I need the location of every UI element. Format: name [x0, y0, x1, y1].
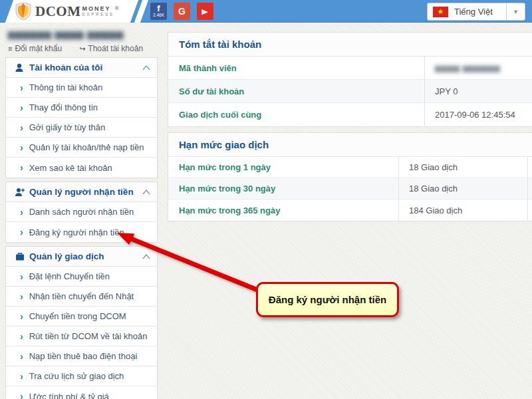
user-plus-icon — [15, 188, 25, 197]
chevron-right-icon: › — [20, 207, 23, 217]
annotation-callout-text: Đăng ký người nhận tiền — [269, 294, 386, 305]
table-row: Mã thành viên ▆▆▆▆ ▆▆▆▆▆▆ — [168, 57, 532, 80]
facebook-icon[interactable]: f 2.46K — [150, 3, 167, 20]
menu-group-recipients: Quản lý người nhận tiền › Danh sách ngườ… — [5, 182, 158, 243]
facebook-glyph: f — [157, 5, 160, 13]
language-selector[interactable]: ★ Tiếng Việt ▼ — [427, 3, 525, 21]
table-row: Hạn mức trong 365 ngày 184 Giao dịch — [168, 200, 532, 221]
sidebar-item-manage-account-cards[interactable]: › Quản lý tài khoản/thẻ nạp tiền — [6, 138, 157, 158]
group-label: Quản lý giao dịch — [29, 251, 142, 261]
change-password-link[interactable]: ≡ Đổi mật khẩu — [8, 44, 62, 53]
member-id-value: ▆▆▆▆ ▆▆▆▆▆▆ — [435, 64, 501, 72]
chevron-up-icon — [142, 254, 150, 259]
limit-365day-value: 184 Giao dịch — [398, 200, 528, 221]
chevron-down-icon: ▼ — [513, 9, 519, 15]
language-dropdown-button[interactable]: ▼ — [506, 3, 525, 20]
menu-group-my-account: Tài khoản của tôi › Thông tin tài khoản … — [5, 57, 158, 178]
sidebar-item-recipient-list[interactable]: › Danh sách người nhận tiền — [6, 202, 157, 222]
chevron-right-icon: › — [20, 332, 23, 341]
chevron-right-icon: › — [20, 163, 23, 172]
table-row: Giao dịch cuối cùng 2017-09-06 12:45:54 — [168, 103, 532, 126]
chevron-right-icon: › — [20, 123, 23, 132]
chevron-right-icon: › — [20, 143, 23, 152]
chevron-right-icon: › — [20, 312, 23, 321]
top-header-bar: DCOM MONEY EXPRESS ® f 2.46K G ▶ ★ Tiếng… — [0, 0, 532, 23]
transaction-limits-panel: Hạn mức giao dịch Hạn mức trong 1 ngày 1… — [168, 132, 532, 221]
brand-money-text: MONEY — [82, 5, 114, 12]
sidebar-item-view-statement[interactable]: › Xem sao kê tài khoản — [6, 158, 157, 178]
sidebar-item-change-info[interactable]: › Thay đổi thông tin — [6, 98, 157, 118]
sidebar-item-receive-money-japan[interactable]: › Nhận tiền chuyển đến Nhật — [6, 287, 157, 307]
brand-express-text: EXPRESS — [82, 12, 114, 17]
table-row: Hạn mức trong 1 ngày 18 Giao dịch — [168, 157, 532, 178]
chevron-right-icon: › — [20, 83, 23, 92]
facebook-like-count: 2.46K — [153, 13, 164, 18]
member-id-label: Mã thành viên — [168, 63, 424, 73]
chevron-up-icon — [142, 190, 150, 195]
briefcase-icon — [15, 252, 25, 261]
registered-mark: ® — [115, 5, 119, 11]
group-label: Tài khoản của tôi — [29, 63, 142, 72]
group-header-transactions[interactable]: Quản lý giao dịch — [6, 247, 157, 267]
sidebar-item-account-info[interactable]: › Thông tin tài khoản — [6, 78, 157, 98]
sidebar-item-place-transfer-order[interactable]: › Đặt lệnh Chuyển tiền — [6, 267, 157, 287]
group-label: Quản lý người nhận tiền — [29, 187, 142, 197]
language-selected-value: Tiếng Việt — [448, 7, 506, 17]
logout-label: Thoát tài khoản — [88, 44, 143, 53]
sidebar-item-send-id-documents[interactable]: › Gởi giấy tờ tùy thân — [6, 118, 157, 138]
chevron-right-icon: › — [20, 272, 23, 281]
last-transaction-label: Giao dịch cuối cùng — [168, 110, 424, 120]
chevron-right-icon: › — [20, 392, 23, 399]
chevron-up-icon — [142, 65, 150, 70]
annotation-callout: Đăng ký người nhận tiền — [256, 282, 399, 317]
shield-logo-icon — [15, 2, 32, 21]
transaction-limits-title: Hạn mức giao dịch — [179, 139, 269, 150]
balance-label: Số dư tài khoản — [168, 86, 424, 96]
account-summary-panel: Tóm tắt tài khoản Mã thành viên ▆▆▆▆ ▆▆▆… — [168, 32, 532, 127]
logged-in-username: ▆▆▆▆▆▆ ▆▆▆▆ ▆▆▆▆▆ — [8, 29, 158, 39]
balance-value: JPY 0 — [424, 80, 532, 102]
group-header-recipients[interactable]: Quản lý người nhận tiền — [6, 182, 157, 202]
limit-30day-label: Hạn mức trong 30 ngày — [168, 184, 398, 194]
limit-365day-label: Hạn mức trong 365 ngày — [168, 205, 398, 215]
vietnam-flag-icon: ★ — [433, 7, 448, 17]
table-row: Số dư tài khoản JPY 0 — [168, 80, 532, 103]
brand-logo[interactable]: DCOM MONEY EXPRESS ® — [0, 0, 156, 23]
sidebar-item-transfer-within-dcom[interactable]: › Chuyển tiền trong DCOM — [6, 307, 157, 327]
chevron-right-icon: › — [20, 103, 23, 112]
sidebar-item-fee-rate-estimate[interactable]: › Ước tính phí & tỷ giá — [6, 386, 157, 399]
chevron-right-icon: › — [20, 292, 23, 301]
chevron-right-icon: › — [20, 352, 23, 361]
user-icon — [15, 63, 25, 72]
limit-1day-label: Hạn mức trong 1 ngày — [168, 162, 398, 172]
account-summary-title: Tóm tắt tài khoản — [179, 39, 261, 50]
limit-1day-value: 18 Giao dịch — [398, 157, 528, 178]
chevron-right-icon: › — [20, 227, 23, 237]
sidebar-item-mobile-topup[interactable]: › Nạp tiền thuê bao điện thoại — [6, 346, 157, 366]
change-password-label: Đổi mật khẩu — [15, 44, 62, 53]
last-transaction-value: 2017-09-06 12:45:54 — [424, 103, 532, 126]
youtube-icon[interactable]: ▶ — [197, 3, 213, 20]
brand-name: DCOM — [35, 3, 81, 20]
youtube-glyph: ▶ — [202, 7, 209, 16]
logout-link[interactable]: ↪ Thoát tài khoản — [79, 44, 143, 53]
google-glyph: G — [178, 6, 186, 17]
limit-30day-value: 18 Giao dịch — [398, 178, 528, 199]
google-icon[interactable]: G — [174, 3, 190, 20]
logout-arrow-icon: ↪ — [79, 45, 85, 53]
sidebar-item-withdraw-to-bank[interactable]: › Rút tiền từ DCOM về tài khoản — [6, 327, 157, 346]
sidebar: ▆▆▆▆▆▆ ▆▆▆▆ ▆▆▆▆▆ ≡ Đổi mật khẩu ↪ Thoát… — [5, 29, 158, 399]
main-content: Tóm tắt tài khoản Mã thành viên ▆▆▆▆ ▆▆▆… — [168, 32, 532, 227]
group-header-my-account[interactable]: Tài khoản của tôi — [6, 58, 157, 78]
sidebar-item-transaction-history[interactable]: › Tra cứu lịch sử giao dịch — [6, 366, 157, 386]
menu-group-transactions: Quản lý giao dịch › Đặt lệnh Chuyển tiền… — [5, 246, 158, 399]
key-icon: ≡ — [8, 45, 12, 53]
chevron-right-icon: › — [20, 372, 23, 381]
table-row: Hạn mức trong 30 ngày 18 Giao dịch — [168, 178, 532, 200]
sidebar-item-register-recipient[interactable]: › Đăng ký người nhận tiền — [6, 222, 157, 242]
